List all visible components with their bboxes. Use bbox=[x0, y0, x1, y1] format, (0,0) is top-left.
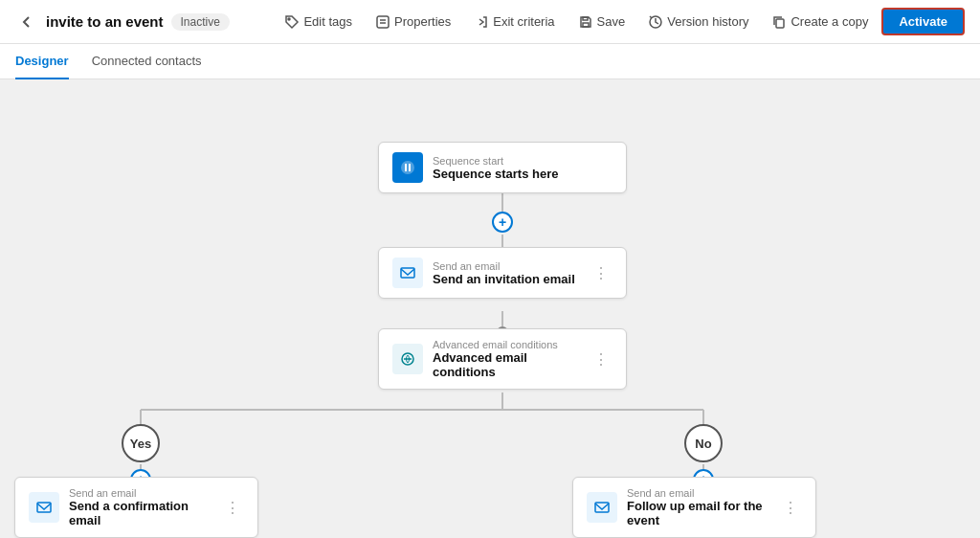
exit-criteria-icon bbox=[474, 14, 489, 30]
properties-button[interactable]: Properties bbox=[366, 10, 460, 34]
adv-cond-text: Advanced email conditions Advanced email… bbox=[433, 339, 580, 379]
adv-cond-title: Advanced email conditions bbox=[433, 350, 580, 379]
svg-rect-29 bbox=[37, 503, 51, 512]
header-left: invite to an event Inactive bbox=[15, 11, 267, 34]
email-yes-label: Send an email bbox=[69, 487, 212, 499]
copy-icon bbox=[771, 14, 787, 30]
email-yes-icon bbox=[29, 492, 59, 523]
svg-rect-26 bbox=[401, 268, 414, 278]
svg-rect-30 bbox=[595, 503, 609, 512]
properties-icon bbox=[375, 14, 390, 30]
yes-branch-label: Yes bbox=[122, 424, 160, 462]
email-1-label: Send an email bbox=[433, 260, 580, 272]
activate-button[interactable]: Activate bbox=[881, 8, 965, 35]
header-actions: Edit tags Properties Exit criteria Save bbox=[275, 8, 965, 35]
email-no-icon bbox=[587, 492, 617, 523]
email-1-title: Send an invitation email bbox=[433, 272, 580, 286]
email-yes-text: Send an email Send a confirmation email bbox=[69, 487, 212, 527]
svg-point-0 bbox=[288, 18, 290, 20]
email-no-text: Send an email Follow up email for the ev… bbox=[627, 487, 769, 527]
version-history-icon bbox=[648, 14, 663, 30]
add-step-button-1[interactable]: + bbox=[492, 212, 513, 233]
email-yes-title: Send a confirmation email bbox=[69, 499, 212, 527]
sequence-start-text: Sequence start Sequence starts here bbox=[433, 155, 612, 181]
email-no-title: Follow up email for the event bbox=[627, 499, 769, 527]
email-node-1: Send an email Send an invitation email ⋮ bbox=[378, 247, 627, 299]
version-history-button[interactable]: Version history bbox=[638, 10, 758, 34]
tag-icon bbox=[284, 14, 300, 30]
svg-rect-7 bbox=[776, 19, 784, 28]
sequence-start-label: Sequence start bbox=[433, 155, 612, 167]
advanced-conditions-node: Advanced email conditions Advanced email… bbox=[378, 328, 627, 390]
email-no-node: Send an email Follow up email for the ev… bbox=[572, 477, 816, 538]
create-copy-button[interactable]: Create a copy bbox=[762, 10, 878, 34]
adv-cond-more-button[interactable]: ⋮ bbox=[590, 347, 612, 372]
adv-cond-icon bbox=[392, 344, 423, 374]
sequence-start-node: Sequence start Sequence starts here bbox=[378, 142, 627, 193]
edit-tags-button[interactable]: Edit tags bbox=[275, 10, 362, 34]
adv-cond-label: Advanced email conditions bbox=[433, 339, 580, 350]
page-title: invite to an event bbox=[46, 13, 164, 30]
tab-designer[interactable]: Designer bbox=[15, 44, 69, 79]
email-no-label: Send an email bbox=[627, 487, 769, 499]
email-1-text: Send an email Send an invitation email bbox=[433, 260, 580, 286]
back-button[interactable] bbox=[15, 11, 38, 34]
svg-rect-5 bbox=[583, 17, 588, 20]
sequence-start-title: Sequence starts here bbox=[433, 167, 612, 181]
status-badge: Inactive bbox=[171, 13, 230, 31]
no-branch-label: No bbox=[684, 424, 723, 462]
sequence-start-icon bbox=[392, 152, 423, 183]
tabs: Designer Connected contacts bbox=[0, 44, 980, 79]
canvas: Sequence start Sequence starts here + Se… bbox=[0, 79, 980, 538]
email-no-more-button[interactable]: ⋮ bbox=[779, 495, 802, 521]
tab-connected-contacts[interactable]: Connected contacts bbox=[92, 44, 202, 79]
exit-criteria-button[interactable]: Exit criteria bbox=[464, 10, 564, 34]
svg-rect-4 bbox=[583, 23, 589, 27]
svg-point-25 bbox=[401, 161, 414, 174]
email-1-icon bbox=[392, 258, 423, 288]
email-1-more-button[interactable]: ⋮ bbox=[590, 260, 612, 286]
save-button[interactable]: Save bbox=[568, 10, 635, 34]
header: invite to an event Inactive Edit tags Pr… bbox=[0, 0, 980, 44]
save-icon bbox=[578, 14, 593, 30]
email-yes-node: Send an email Send a confirmation email … bbox=[14, 477, 258, 538]
email-yes-more-button[interactable]: ⋮ bbox=[221, 495, 244, 521]
svg-rect-1 bbox=[377, 16, 389, 28]
